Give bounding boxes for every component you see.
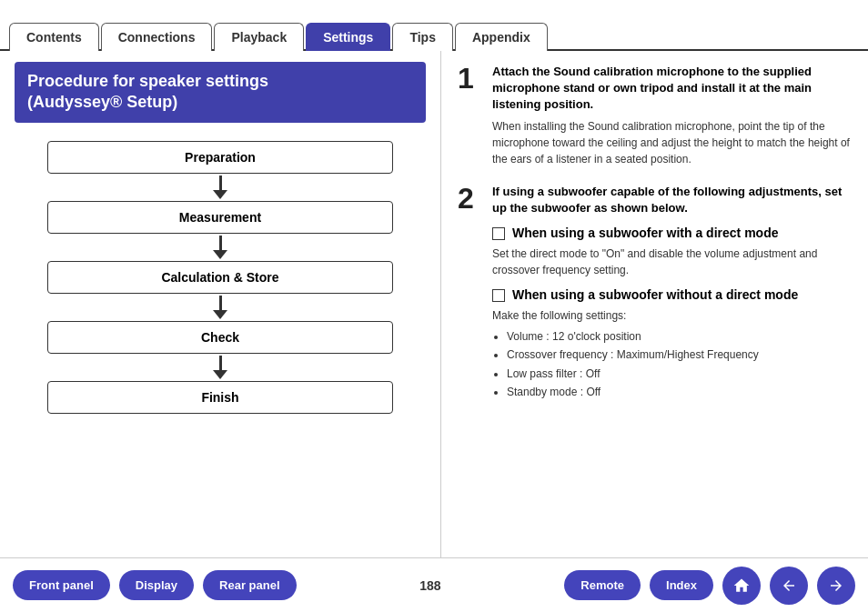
sub-section-no-direct-mode: When using a subwoofer without a direct … (492, 287, 852, 402)
panel-title: Procedure for speaker settings (Audyssey… (15, 62, 426, 123)
sub-desc-direct-mode: Set the direct mode to "On" and disable … (492, 246, 852, 278)
forward-button[interactable] (817, 567, 855, 605)
front-panel-button[interactable]: Front panel (13, 570, 110, 600)
remote-button[interactable]: Remote (564, 570, 641, 600)
step-1-content: Attach the Sound calibration microphone … (492, 64, 852, 167)
tab-playback[interactable]: Playback (214, 23, 304, 51)
arrow-2 (213, 236, 227, 259)
forward-arrow-icon (828, 577, 844, 594)
checkbox-icon-2 (492, 289, 505, 302)
rear-panel-button[interactable]: Rear panel (203, 570, 296, 600)
display-button[interactable]: Display (119, 570, 194, 600)
arrow-1 (213, 176, 227, 199)
sub-title-no-direct-mode: When using a subwoofer without a direct … (492, 287, 852, 302)
bullet-lowpass: Low pass filter : Off (507, 365, 852, 383)
bullet-standby: Standby mode : Off (507, 383, 852, 401)
arrow-3 (213, 296, 227, 319)
home-button[interactable] (722, 567, 761, 605)
page-number: 188 (306, 578, 556, 593)
flowchart: Preparation Measurement Calculation & St… (15, 137, 426, 417)
tab-settings[interactable]: Settings (306, 23, 390, 51)
step-1-block: 1 Attach the Sound calibration microphon… (458, 64, 852, 167)
flow-step-check: Check (47, 321, 393, 354)
step-1-number: 1 (458, 64, 483, 167)
left-panel: Procedure for speaker settings (Audyssey… (0, 51, 441, 557)
main-content: Procedure for speaker settings (Audyssey… (0, 51, 868, 557)
home-icon (732, 577, 751, 595)
tab-connections[interactable]: Connections (101, 23, 213, 51)
step-2-block: 2 If using a subwoofer capable of the fo… (458, 184, 852, 411)
back-button[interactable] (770, 567, 808, 605)
step-2-number: 2 (458, 184, 483, 411)
sub-label-direct-mode: When using a subwoofer with a direct mod… (512, 226, 778, 240)
tab-contents[interactable]: Contents (9, 23, 99, 51)
flow-step-preparation: Preparation (47, 141, 393, 174)
step-1-title: Attach the Sound calibration microphone … (492, 64, 852, 114)
index-button[interactable]: Index (650, 570, 713, 600)
flow-step-calculation: Calculation & Store (47, 261, 393, 294)
step-1-desc: When installing the Sound calibration mi… (492, 118, 852, 167)
right-panel: 1 Attach the Sound calibration microphon… (441, 51, 868, 557)
tab-appendix[interactable]: Appendix (455, 23, 548, 51)
sub-label-no-direct-mode: When using a subwoofer without a direct … (512, 287, 798, 302)
step-2-title: If using a subwoofer capable of the foll… (492, 184, 852, 216)
arrow-4 (213, 356, 227, 379)
bullet-list: Volume : 12 o'clock position Crossover f… (492, 327, 852, 402)
flow-step-finish: Finish (47, 381, 393, 414)
sub-section-direct-mode: When using a subwoofer with a direct mod… (492, 226, 852, 278)
sub-title-direct-mode: When using a subwoofer with a direct mod… (492, 226, 852, 240)
bullet-volume: Volume : 12 o'clock position (507, 327, 852, 346)
tab-tips[interactable]: Tips (392, 23, 453, 51)
flow-step-measurement: Measurement (47, 201, 393, 234)
top-navigation: Contents Connections Playback Settings T… (0, 0, 868, 51)
checkbox-icon-1 (492, 227, 505, 240)
sub-intro-no-direct-mode: Make the following settings: (492, 307, 852, 324)
bottom-bar: Front panel Display Rear panel 188 Remot… (0, 557, 868, 612)
step-2-content: If using a subwoofer capable of the foll… (492, 184, 852, 411)
bullet-crossover: Crossover frequency : Maximum/Highest Fr… (507, 346, 852, 364)
back-arrow-icon (781, 577, 797, 594)
